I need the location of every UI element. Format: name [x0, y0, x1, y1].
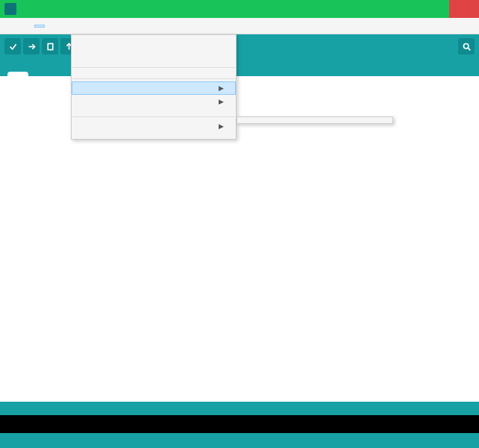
svg-point-1: [463, 43, 469, 49]
titlebar: [0, 0, 479, 18]
svg-rect-0: [48, 43, 53, 49]
chevron-right-icon: ▶: [219, 98, 224, 105]
menu-port[interactable]: ▶: [72, 95, 236, 108]
upload-button[interactable]: [23, 38, 40, 55]
menu-edit[interactable]: [13, 25, 24, 28]
menu-serialplotter[interactable]: [72, 59, 236, 65]
window-controls: [404, 0, 479, 18]
board-section-header: [237, 119, 392, 123]
menu-boardinfo[interactable]: [72, 108, 236, 114]
maximize-button[interactable]: [427, 0, 449, 18]
close-button[interactable]: [449, 0, 479, 18]
menu-fixencoding[interactable]: [72, 47, 236, 53]
board-submenu: [237, 116, 393, 124]
menu-tools[interactable]: [34, 25, 45, 28]
chevron-right-icon: ▶: [219, 122, 224, 130]
status-bar: [0, 433, 479, 448]
message-bar: [0, 402, 479, 415]
svg-line-2: [468, 48, 470, 50]
menu-help[interactable]: [45, 25, 55, 28]
menu-board[interactable]: ▶: [72, 81, 236, 95]
new-button[interactable]: [42, 38, 58, 55]
chevron-right-icon: ▶: [219, 84, 224, 92]
verify-button[interactable]: [4, 38, 21, 55]
menu-burn[interactable]: [72, 133, 236, 139]
serial-monitor-button[interactable]: [458, 38, 475, 55]
menu-autoformat[interactable]: [72, 35, 236, 41]
menu-file[interactable]: [3, 25, 13, 28]
menu-wifi101[interactable]: [72, 70, 236, 76]
menu-programmer[interactable]: ▶: [72, 119, 236, 133]
app-icon: [4, 3, 16, 15]
menubar: [0, 18, 479, 34]
tools-menu: ▶ ▶ ▶: [71, 34, 237, 140]
menu-archive[interactable]: [72, 41, 236, 47]
menu-serialmonitor[interactable]: [72, 53, 236, 59]
menu-sketch[interactable]: [24, 25, 34, 28]
minimize-button[interactable]: [404, 0, 427, 18]
